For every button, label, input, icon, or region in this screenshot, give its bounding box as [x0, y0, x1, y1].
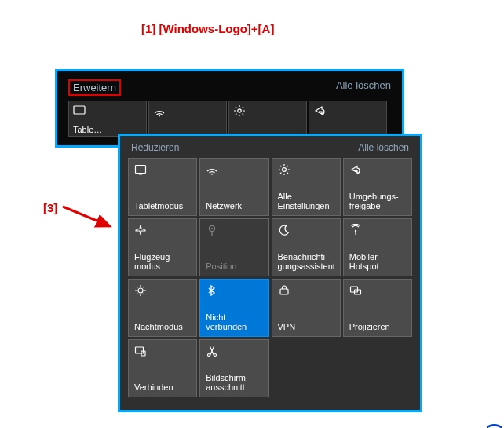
quick-action-tile[interactable]: Umgebungs-freigabe	[343, 158, 412, 216]
svg-rect-1	[74, 106, 85, 114]
svg-line-0	[63, 207, 110, 226]
annotation-1: [1] [Windows-Logo]+[A]	[141, 22, 274, 35]
project-icon	[349, 284, 362, 297]
network-icon	[206, 163, 218, 176]
quick-action-tile[interactable]: Flugzeug-modus	[128, 218, 197, 276]
reduce-button[interactable]: Reduzieren	[131, 142, 179, 153]
share-icon	[349, 163, 362, 176]
quick-action-label: Mobiler Hotspot	[349, 252, 408, 272]
clear-all-link-front[interactable]: Alle löschen	[358, 142, 409, 153]
clear-all-link-back[interactable]: Alle löschen	[336, 79, 391, 96]
airplane-icon	[134, 224, 147, 236]
collapsed-tiles-row: Table…	[68, 101, 391, 137]
share-icon	[313, 104, 326, 117]
quick-action-tile[interactable]: Nachtmodus	[128, 279, 197, 337]
quick-action-label: VPN	[278, 322, 337, 332]
quick-action-tile[interactable]: Benachrichti-gungsassistent	[272, 218, 341, 276]
quick-action-tile[interactable]: Netzwerk	[199, 158, 268, 216]
quick-action-label: Umgebungs-freigabe	[349, 192, 408, 211]
gear-icon	[233, 104, 246, 117]
quick-tile[interactable]	[148, 101, 227, 137]
quick-action-tile[interactable]: Tabletmodus	[128, 158, 197, 216]
bluetooth-icon	[206, 284, 218, 297]
svg-point-4	[238, 109, 241, 112]
quick-action-tile[interactable]: Projizieren	[343, 279, 412, 337]
quick-action-label: Tabletmodus	[134, 201, 193, 211]
arrow-annotation	[63, 203, 118, 234]
hotspot-icon	[349, 224, 362, 236]
quick-action-label: Alle Einstellungen	[278, 192, 337, 211]
sun-icon	[134, 284, 147, 297]
location-icon	[206, 224, 218, 236]
action-center-expanded: Reduzieren Alle löschen TabletmodusNetzw…	[118, 134, 422, 412]
expand-button[interactable]: Erweitern	[68, 79, 121, 96]
quick-action-label: Verbinden	[134, 382, 193, 393]
quick-action-tile[interactable]: Verbinden	[128, 339, 197, 397]
quick-action-tile[interactable]: Bildschirm-ausschnitt	[199, 339, 268, 397]
quick-action-label: Netzwerk	[206, 201, 265, 211]
connect-icon	[134, 345, 147, 357]
quick-action-label: Nachtmodus	[134, 322, 193, 332]
tablet-icon	[73, 104, 86, 117]
quick-tile[interactable]	[228, 101, 307, 137]
quick-action-tile[interactable]: Alle Einstellungen	[272, 158, 341, 216]
annotation-3: [3]	[43, 201, 57, 214]
svg-rect-2	[78, 115, 81, 115]
quick-action-label: Flugzeug-modus	[134, 252, 193, 272]
gear-icon	[278, 163, 290, 176]
svg-point-3	[159, 115, 160, 117]
snip-icon	[206, 345, 218, 357]
vpn-icon	[278, 284, 290, 297]
quick-tile[interactable]	[309, 101, 387, 137]
quick-action-tile[interactable]: VPN	[272, 279, 341, 337]
quick-actions-grid: TabletmodusNetzwerkAlle EinstellungenUmg…	[128, 158, 412, 397]
quick-action-tile[interactable]: Nicht verbunden	[199, 279, 268, 337]
quick-action-label: Bildschirm-ausschnitt	[206, 373, 265, 393]
quick-action-tile[interactable]: Position	[199, 218, 268, 276]
quick-tile[interactable]: Table…	[68, 101, 147, 137]
tablet-icon	[134, 163, 147, 176]
quick-action-label: Projizieren	[349, 322, 408, 332]
quick-action-label: Benachrichti-gungsassistent	[278, 252, 337, 272]
network-icon	[153, 104, 166, 117]
quick-action-label: Position	[206, 262, 265, 272]
quick-tile-label: Table…	[73, 125, 102, 134]
quick-action-label: Nicht verbunden	[206, 313, 265, 332]
quick-action-tile[interactable]: Mobiler Hotspot	[343, 218, 412, 276]
watermark: www.SoftwareOK.de :-)	[484, 423, 502, 428]
moon-icon	[278, 224, 290, 236]
